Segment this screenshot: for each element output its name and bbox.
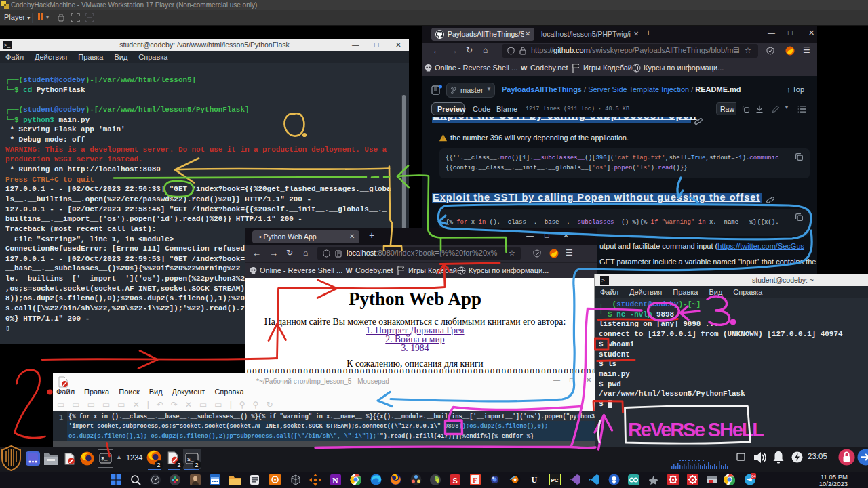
svg-text:N: N [332, 476, 338, 485]
svg-text:2: 2 [157, 462, 161, 468]
svg-text:PC: PC [551, 477, 559, 483]
svg-text:F: F [473, 476, 477, 484]
svg-text:2: 2 [178, 462, 181, 468]
svg-text:S: S [453, 476, 458, 485]
svg-text:>_: >_ [4, 42, 11, 48]
svg-text:2: 2 [195, 462, 199, 468]
svg-text:64: 64 [751, 474, 756, 479]
svg-text:>_: >_ [601, 277, 608, 283]
svg-text:U: U [532, 475, 538, 485]
svg-text:$_: $_ [101, 455, 108, 462]
